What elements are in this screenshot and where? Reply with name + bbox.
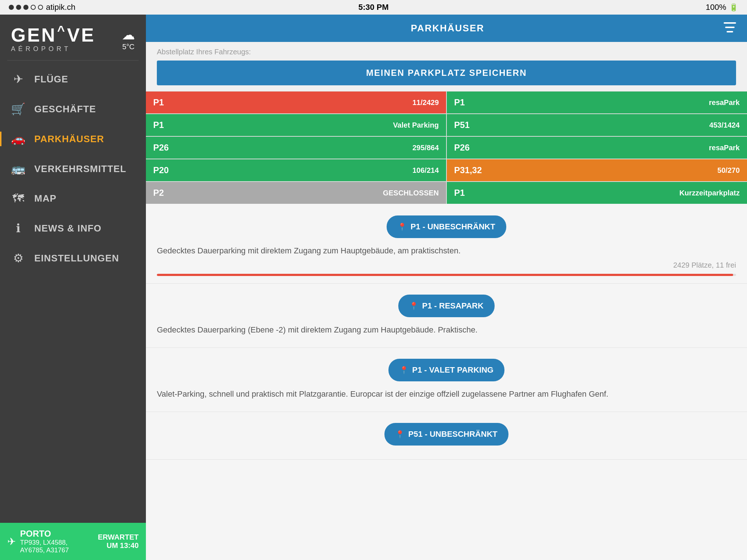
p1-unbeschraenkt-progress [157, 274, 736, 276]
car-icon: 🚗 [11, 132, 26, 146]
parking-id-p20: P20 [153, 165, 169, 175]
pin-icon-1: 📍 [398, 222, 407, 231]
flight-details: PORTO TP939, LX4588, AY6785, A31767 [20, 529, 86, 554]
svg-rect-0 [724, 22, 736, 24]
parking-val-p51: 453/1424 [709, 121, 740, 129]
map-label: MAP [34, 193, 57, 204]
signal-dots [9, 5, 43, 10]
verkehrsmittel-label: VERKEHRSMITTEL [34, 163, 126, 175]
dot3 [23, 5, 28, 10]
p1-valet-description: Valet-Parking, schnell und praktisch mit… [157, 388, 736, 400]
status-bar: atipik.ch 5:30 PM 100% 🔋 [0, 0, 747, 15]
news-label: NEWS & INFO [34, 223, 101, 234]
logo-text: GEN^VE AÉROPORT [11, 26, 95, 53]
parking-cell-p51[interactable]: P51 453/1424 [447, 114, 747, 136]
parking-availability-grid: P1 11/2429 P1 resaPark P1 Valet Parking … [146, 92, 747, 204]
save-parking-button[interactable]: MEINEN PARKPLATZ SPEICHERN [157, 61, 736, 85]
geschaefte-label: GESCHÄFTE [34, 104, 96, 115]
content-body: Abstellplatz Ihres Fahrzeugs: MEINEN PAR… [146, 42, 747, 560]
parking-id-p1-3: P1 [454, 188, 465, 198]
p1-unbeschraenkt-label: P1 - UNBESCHRÄNKT [410, 222, 495, 232]
gear-icon: ⚙ [11, 251, 26, 265]
parking-id-p26-1: P26 [153, 143, 169, 153]
status-left: atipik.ch [9, 3, 76, 12]
weather-temp: 5°C [122, 43, 135, 51]
parking-cell-p3132[interactable]: P31,32 50/270 [447, 159, 747, 181]
p51-unbeschraenkt-button[interactable]: 📍 P51 - UNBESCHRÄNKT [384, 423, 508, 446]
parking-detail-p51-unbeschraenkt: 📍 P51 - UNBESCHRÄNKT [146, 412, 747, 460]
save-parking-section: Abstellplatz Ihres Fahrzeugs: MEINEN PAR… [146, 42, 747, 92]
p1-unbeschraenkt-button[interactable]: 📍 P1 - UNBESCHRÄNKT [387, 215, 506, 238]
dot4 [31, 5, 36, 10]
parking-cell-p1-resapark[interactable]: P1 resaPark [447, 92, 747, 113]
caret-e1: ^ [57, 24, 66, 37]
content-header: PARKHÄUSER [146, 15, 747, 42]
parking-cell-p1-kurz[interactable]: P1 Kurzzeitparkplatz [447, 182, 747, 204]
flight-depart-icon: ✈ [7, 536, 16, 548]
p1-unbeschraenkt-stats: 2429 Plätze, 11 frei [157, 261, 736, 269]
save-label: Abstellplatz Ihres Fahrzeugs: [157, 48, 736, 56]
sidebar-item-geschaefte[interactable]: 🛒 GESCHÄFTE [0, 94, 146, 124]
parking-cell-p2[interactable]: P2 GESCHLOSSEN [146, 182, 446, 204]
parking-val-p1-1: 11/2429 [413, 98, 439, 107]
parking-val-p1-valet: Valet Parking [393, 121, 439, 129]
parking-val-p26-2: resaPark [709, 144, 740, 152]
parking-cell-p26-left[interactable]: P26 295/864 [146, 137, 446, 159]
p1-unbeschraenkt-progress-fill [157, 274, 733, 276]
sidebar: GEN^VE AÉROPORT ☁ 5°C ✈ FLÜGE 🛒 GESCHÄFT… [0, 15, 146, 560]
plane-icon: ✈ [11, 72, 26, 86]
flight-banner[interactable]: ✈ PORTO TP939, LX4588, AY6785, A31767 ER… [0, 523, 146, 560]
parking-cell-p26-resapark[interactable]: P26 resaPark [447, 137, 747, 159]
parking-val-p26-1: 295/864 [413, 144, 439, 152]
parking-cell-p20[interactable]: P20 106/214 [146, 159, 446, 181]
parking-cell-p1-valet[interactable]: P1 Valet Parking [146, 114, 446, 136]
sidebar-item-verkehrsmittel[interactable]: 🚌 VERKEHRSMITTEL [0, 154, 146, 184]
sidebar-nav: ✈ FLÜGE 🛒 GESCHÄFTE 🚗 PARKHÄUSER 🚌 VERKE… [0, 61, 146, 523]
bus-icon: 🚌 [11, 162, 26, 176]
p51-unbeschraenkt-label: P51 - UNBESCHRÄNKT [408, 429, 497, 439]
parking-val-p20: 106/214 [413, 166, 439, 175]
status-time: 5:30 PM [358, 3, 388, 12]
parking-detail-p1-unbeschraenkt: 📍 P1 - UNBESCHRÄNKT Gedecktes Dauerparki… [146, 205, 747, 284]
flight-destination: PORTO [20, 529, 86, 539]
sidebar-item-einstellungen[interactable]: ⚙ EINSTELLUNGEN [0, 243, 146, 273]
sidebar-item-news[interactable]: ℹ NEWS & INFO [0, 213, 146, 243]
map-icon: 🗺 [11, 192, 26, 205]
p1-resapark-description: Gedecktes Dauerparking (Ebene -2) mit di… [157, 324, 736, 336]
content-title: PARKHÄUSER [171, 23, 724, 34]
parking-id-p1-2: P1 [454, 97, 465, 108]
einstellungen-label: EINSTELLUNGEN [34, 253, 119, 264]
parking-id-p51: P51 [454, 120, 470, 130]
flight-info-left: ✈ PORTO TP939, LX4588, AY6785, A31767 [7, 529, 86, 554]
weather-widget: ☁ 5°C [122, 27, 135, 51]
main-layout: GEN^VE AÉROPORT ☁ 5°C ✈ FLÜGE 🛒 GESCHÄFT… [0, 15, 747, 560]
parking-detail-p1-valet: 📍 P1 - VALET PARKING Valet-Parking, schn… [146, 348, 747, 412]
dot2 [16, 5, 21, 10]
parking-id-p26-2: P26 [454, 143, 470, 153]
parking-val-p1-2: resaPark [709, 98, 740, 107]
sidebar-item-fluege[interactable]: ✈ FLÜGE [0, 64, 146, 94]
parking-detail-p1-resapark: 📍 P1 - RESAPARK Gedecktes Dauerparking (… [146, 284, 747, 348]
weather-icon: ☁ [122, 27, 135, 43]
parking-cell-p1-red[interactable]: P1 11/2429 [146, 92, 446, 113]
battery-icon: 🔋 [729, 3, 738, 12]
sidebar-item-map[interactable]: 🗺 MAP [0, 184, 146, 213]
p1-resapark-button[interactable]: 📍 P1 - RESAPARK [398, 295, 494, 317]
battery-label: 100% [706, 3, 726, 12]
sidebar-logo: GEN^VE AÉROPORT ☁ 5°C [0, 15, 146, 60]
p1-valet-label: P1 - VALET PARKING [412, 365, 494, 375]
sidebar-item-parkhaeuser[interactable]: 🚗 PARKHÄUSER [0, 124, 146, 154]
parking-id-p1-1: P1 [153, 97, 164, 108]
fluege-label: FLÜGE [34, 74, 68, 85]
p1-unbeschraenkt-description: Gedecktes Dauerparking mit direktem Zuga… [157, 245, 736, 257]
pin-icon-3: 📍 [399, 366, 409, 374]
parking-val-p3132: 50/270 [717, 166, 740, 175]
cart-icon: 🛒 [11, 102, 26, 116]
parking-val-p2: GESCHLOSSEN [383, 189, 439, 197]
filter-icon[interactable] [724, 21, 736, 35]
info-icon: ℹ [11, 221, 26, 235]
dot5 [38, 5, 43, 10]
parking-val-p1-3: Kurzzeitparkplatz [679, 189, 740, 197]
p1-valet-button[interactable]: 📍 P1 - VALET PARKING [388, 359, 504, 381]
pin-icon-4: 📍 [395, 430, 405, 439]
